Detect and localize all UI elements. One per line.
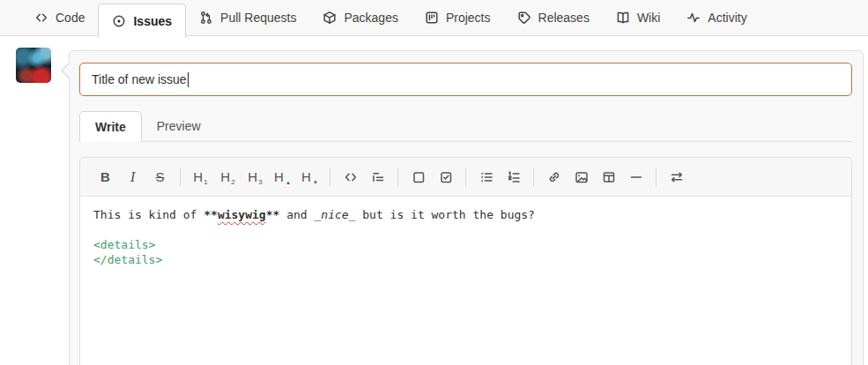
tab-write[interactable]: Write [79,111,142,142]
checkbox-icon [438,169,454,185]
nav-tab-label: Pull Requests [220,11,296,25]
box-button[interactable] [406,165,430,190]
nav-tab-label: Releases [538,11,590,25]
heading-up-button[interactable]: H▲ [271,165,294,190]
repo-nav: Code Issues Pull Requests Packages Proje… [0,0,868,36]
markdown-toolbar: B I S H1 H2 H3 H▲ H▼ [80,158,851,197]
issue-title-value: Title of new issue [92,72,187,86]
link-icon [546,169,562,185]
code-icon [343,169,359,185]
editor-line: This is kind of **wisywig** and _nice_ b… [93,207,838,222]
unordered-list-icon [479,169,494,185]
quote-icon [370,169,386,185]
new-issue-form: Title of new issue Write Preview B I S H… [69,50,864,365]
link-button[interactable] [542,165,566,190]
table-icon [601,169,617,185]
nav-tab-label: Issues [133,14,172,28]
strikethrough-button[interactable]: S [148,165,172,190]
nav-tab-packages[interactable]: Packages [309,0,411,35]
switch-arrows-icon [669,169,685,185]
nav-tab-pull-requests[interactable]: Pull Requests [186,0,309,35]
box-icon [411,169,427,185]
table-button[interactable] [597,165,620,190]
toolbar-separator [330,168,330,187]
book-icon [616,11,630,25]
heading-3-button[interactable]: H3 [243,165,267,190]
tab-preview[interactable]: Preview [142,111,216,141]
bold-button[interactable]: B [93,165,117,190]
issue-title-input[interactable]: Title of new issue [79,63,852,96]
bold-icon: B [100,169,110,184]
checkbox-button[interactable] [434,165,457,190]
nav-tab-label: Activity [708,11,746,25]
ordered-list-icon [506,169,522,185]
markdown-editor: B I S H1 H2 H3 H▲ H▼ [79,157,852,365]
editor-line-details-close: </details> [93,252,838,267]
horizontal-rule-button[interactable] [624,165,648,190]
package-icon [323,11,337,25]
nav-tab-activity[interactable]: Activity [673,0,760,35]
strikethrough-icon: S [155,169,164,184]
switch-editor-button[interactable] [664,165,688,190]
toolbar-separator [656,168,657,187]
editor-line-empty [93,222,838,237]
heading-down-button[interactable]: H▼ [298,165,322,190]
nav-tab-label: Packages [344,11,397,25]
italic-button[interactable]: I [121,165,145,190]
speech-notch-fill [63,63,70,78]
nav-tab-wiki[interactable]: Wiki [603,0,673,35]
horizontal-rule-icon [628,169,644,185]
image-button[interactable] [569,165,593,190]
heading-down-icon: H▼ [301,169,318,184]
nav-tab-projects[interactable]: Projects [412,0,504,35]
toolbar-separator [397,168,398,187]
nav-tab-label: Wiki [637,11,660,25]
nav-tab-code[interactable]: Code [21,0,98,35]
unordered-list-button[interactable] [474,165,498,190]
editor-tab-bar: Write Preview [79,111,852,142]
heading-1-icon: H1 [193,169,207,184]
heading-2-button[interactable]: H2 [216,165,240,190]
ordered-list-button[interactable] [501,165,525,190]
image-icon [574,169,590,185]
nav-tab-releases[interactable]: Releases [504,0,603,35]
pulse-icon [686,11,701,25]
issue-opened-icon [112,14,126,28]
quote-button[interactable] [366,165,389,190]
heading-2-icon: H2 [220,169,234,184]
code-icon [34,11,48,25]
nav-tab-label: Code [56,11,85,25]
misspelled-word: wisywig [218,208,266,221]
user-avatar [16,48,51,83]
tag-icon [517,11,531,25]
text-caret [188,72,189,87]
git-pull-request-icon [199,11,213,25]
project-icon [425,11,439,25]
markdown-textarea[interactable]: This is kind of **wisywig** and _nice_ b… [80,197,851,365]
heading-1-button[interactable]: H1 [189,165,212,190]
toolbar-separator [180,168,181,187]
heading-up-icon: H▲ [274,169,291,184]
italic-icon: I [130,168,136,186]
code-button[interactable] [338,165,362,190]
toolbar-separator [533,168,534,187]
nav-tab-issues[interactable]: Issues [98,4,186,38]
heading-3-icon: H3 [248,169,262,184]
nav-tab-label: Projects [446,11,491,25]
editor-line-details-open: <details> [93,237,838,252]
toolbar-separator [465,168,466,187]
